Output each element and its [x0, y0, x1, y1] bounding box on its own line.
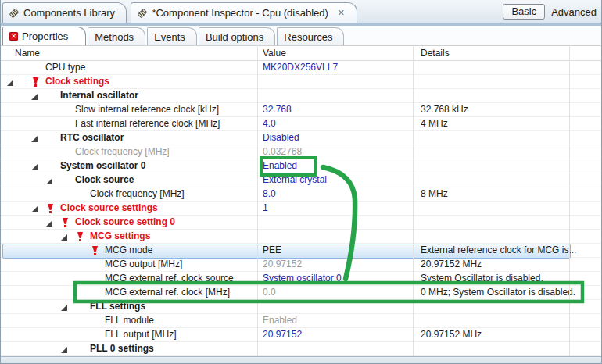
tab-components-library[interactable]: Components Library	[2, 2, 127, 23]
property-details: 32.768 kHz	[421, 103, 597, 116]
panel-bottom-edge	[1, 356, 601, 364]
property-value[interactable]: External crystal	[263, 173, 408, 187]
tab-build-options[interactable]: Build options	[199, 27, 275, 46]
property-name: Clock settings	[45, 75, 109, 88]
table-header: Name Value Details	[1, 45, 601, 61]
property-value[interactable]: 32.768	[263, 103, 408, 116]
property-details: 20.97152 MHz	[421, 258, 597, 271]
expand-triangle-icon[interactable]	[61, 305, 67, 311]
table-row[interactable]: Clock source settings1	[1, 202, 601, 216]
property-value[interactable]: 20.97152	[263, 328, 408, 341]
property-details: 20.97152 MHz	[421, 328, 597, 341]
property-value[interactable]: 20.97152	[263, 258, 408, 271]
expand-triangle-icon[interactable]	[46, 178, 52, 184]
property-value[interactable]: PEE	[263, 244, 408, 257]
property-name: FLL module	[105, 314, 154, 327]
table-row[interactable]: MCG modePEEExternal reference clock for …	[1, 244, 601, 258]
property-name: Fast internal reference clock [MHz]	[75, 117, 220, 130]
property-value[interactable]: MK20DX256VLL7	[263, 61, 408, 74]
property-value[interactable]: 0.032768	[263, 145, 408, 159]
editor-tab-bar: Components Library *Component Inspector …	[1, 0, 601, 23]
error-exclamation-icon	[63, 218, 68, 227]
property-name: MCG external ref. clock [MHz]	[105, 286, 230, 299]
table-row[interactable]: FLL output [MHz]20.9715220.97152 MHz	[1, 328, 601, 342]
property-value[interactable]: 0.0	[263, 286, 408, 299]
table-row[interactable]: Clock settings	[1, 75, 601, 89]
property-name: FLL output [MHz]	[105, 328, 177, 341]
property-name: RTC oscillator	[60, 131, 124, 145]
property-value[interactable]: Enabled	[263, 314, 408, 327]
table-row[interactable]: Clock frequency [MHz]0.032768	[1, 145, 601, 159]
table-row[interactable]: Internal oscillator	[1, 89, 601, 103]
error-exclamation-icon	[48, 204, 53, 213]
expand-triangle-icon[interactable]	[31, 206, 38, 212]
property-name: MCG external ref. clock source	[105, 272, 234, 285]
table-row[interactable]: Slow internal reference clock [kHz]32.76…	[1, 103, 601, 117]
expand-triangle-icon[interactable]	[61, 234, 67, 241]
table-row[interactable]: Clock source setting 0	[1, 216, 601, 230]
error-exclamation-icon	[92, 246, 98, 255]
expand-triangle-icon[interactable]	[46, 220, 52, 227]
tab-label: Build options	[206, 31, 263, 43]
property-name: CPU type	[45, 61, 85, 74]
tab-methods[interactable]: Methods	[88, 27, 145, 46]
property-name: System oscillator 0	[60, 159, 145, 173]
column-header-value[interactable]: Value	[263, 46, 286, 60]
property-value[interactable]: 1	[263, 202, 408, 215]
property-name: Clock frequency [MHz]	[75, 145, 170, 159]
property-name: FLL settings	[90, 300, 145, 313]
table-row[interactable]: System oscillator 0Enabled	[1, 159, 601, 173]
property-details: External reference clock for MCG is...	[421, 244, 597, 257]
component-inspector-window: Components Library *Component Inspector …	[0, 0, 602, 364]
expand-triangle-icon[interactable]	[31, 136, 38, 142]
basic-button[interactable]: Basic	[503, 4, 545, 20]
tab-resources[interactable]: Resources	[277, 27, 344, 46]
inspector-tab-bar: PropertiesMethodsEventsBuild optionsReso…	[1, 26, 601, 45]
tab-label: Events	[154, 31, 185, 43]
property-details: 0 MHz; System Oscillator is disabled.	[421, 286, 597, 299]
expand-triangle-icon[interactable]	[31, 94, 38, 100]
expand-triangle-icon[interactable]	[61, 347, 67, 353]
table-row[interactable]: MCG external ref. clock sourceSystem osc…	[1, 272, 601, 286]
table-row[interactable]: FLL settings	[1, 300, 601, 314]
properties-table: Name Value Details CPU typeMK20DX256VLL7…	[1, 45, 601, 356]
table-row[interactable]: Clock frequency [MHz]8.08 MHz	[1, 187, 601, 202]
table-row[interactable]: Clock sourceExternal crystal	[1, 173, 601, 187]
table-row[interactable]: FLL moduleEnabled	[1, 314, 601, 328]
expand-triangle-icon[interactable]	[7, 80, 13, 86]
tab-label: Resources	[284, 31, 332, 43]
tab-label: Properties	[22, 30, 68, 42]
property-name: PLL 0 settings	[90, 342, 154, 355]
property-value[interactable]: Enabled	[263, 159, 408, 173]
property-value[interactable]: Disabled	[263, 131, 408, 145]
property-details: 4 MHz	[421, 117, 597, 130]
property-name: MCG mode	[105, 244, 152, 257]
tab-component-inspector[interactable]: *Component Inspector - Cpu (disabled) ✕	[131, 2, 357, 23]
table-row[interactable]: PLL 0 settings	[1, 342, 601, 356]
property-name: Clock source settings	[60, 202, 158, 215]
property-name: Slow internal reference clock [kHz]	[75, 103, 219, 116]
advanced-button[interactable]: Advanced	[551, 6, 597, 18]
column-header-name[interactable]: Name	[15, 46, 40, 60]
table-row[interactable]: MCG output [MHz]20.9715220.97152 MHz	[1, 258, 601, 272]
property-name: Internal oscillator	[60, 89, 138, 102]
component-icon	[9, 8, 20, 19]
table-row[interactable]: Fast internal reference clock [MHz]4.04 …	[1, 117, 601, 131]
table-row[interactable]: CPU typeMK20DX256VLL7	[1, 61, 601, 75]
property-details: System Oscillator is disabled.	[421, 272, 597, 285]
property-name: MCG settings	[90, 230, 150, 243]
property-value[interactable]: 8.0	[263, 187, 408, 201]
property-value[interactable]: System oscillator 0	[263, 272, 408, 285]
table-row[interactable]: MCG external ref. clock [MHz]0.00 MHz; S…	[1, 286, 601, 300]
table-row[interactable]: MCG settings	[1, 230, 601, 244]
tab-label: Components Library	[23, 7, 115, 19]
error-exclamation-icon	[33, 77, 38, 87]
table-row[interactable]: RTC oscillatorDisabled	[1, 131, 601, 145]
property-value[interactable]: 4.0	[263, 117, 408, 130]
expand-triangle-icon[interactable]	[31, 164, 38, 170]
property-details: 8 MHz	[421, 187, 597, 201]
tab-properties[interactable]: Properties	[2, 27, 86, 45]
close-icon[interactable]: ✕	[337, 8, 346, 18]
tab-events[interactable]: Events	[147, 27, 197, 46]
column-header-details[interactable]: Details	[421, 46, 450, 60]
